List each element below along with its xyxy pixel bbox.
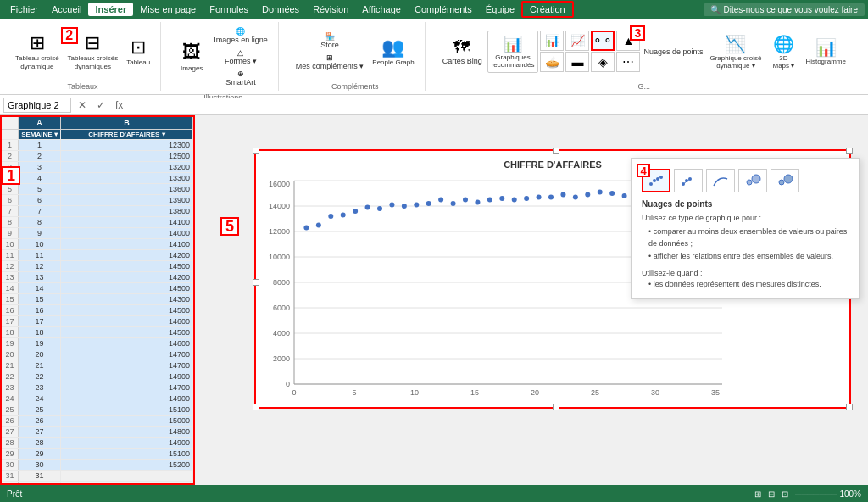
status-view-page[interactable]: ⊡ bbox=[782, 489, 788, 499]
cell-ca-3[interactable]: 13200 bbox=[61, 162, 193, 172]
cell-ca-15[interactable]: 14300 bbox=[61, 294, 193, 304]
cell-semaine-12[interactable]: 12 bbox=[19, 261, 61, 271]
btn-cartes-bing[interactable]: 🗺 Cartes Bing bbox=[439, 36, 486, 67]
chart-btn-scatter-active[interactable]: ⚬⚬ bbox=[591, 31, 615, 51]
btn-3d-maps[interactable]: 🌐 3DMaps ▾ bbox=[766, 32, 800, 71]
handle-tr[interactable] bbox=[846, 148, 853, 154]
cell-ca-17[interactable]: 14600 bbox=[61, 316, 193, 326]
cell-semaine-18[interactable]: 18 bbox=[19, 327, 61, 337]
menu-affichage[interactable]: Affichage bbox=[355, 3, 408, 16]
cell-ca-23[interactable]: 14700 bbox=[61, 382, 193, 393]
btn-graphique-croise-dynamique[interactable]: 📉 Graphique croisédynamique ▾ bbox=[706, 32, 765, 71]
cell-ca-21[interactable]: 14700 bbox=[61, 360, 193, 371]
cell-semaine-9[interactable]: 9 bbox=[19, 228, 61, 238]
cell-semaine-16[interactable]: 16 bbox=[19, 305, 61, 315]
cell-semaine-30[interactable]: 30 bbox=[19, 460, 61, 470]
cell-semaine-7[interactable]: 7 bbox=[19, 206, 61, 216]
cell-semaine-22[interactable]: 22 bbox=[19, 371, 61, 382]
scatter-type-1-active[interactable]: 4 bbox=[642, 169, 670, 192]
name-box[interactable] bbox=[3, 98, 71, 113]
cell-semaine-32[interactable]: 32 bbox=[19, 482, 61, 485]
cell-semaine-25[interactable]: 25 bbox=[19, 404, 61, 415]
formula-input[interactable] bbox=[130, 98, 865, 112]
cell-semaine-28[interactable]: 28 bbox=[19, 438, 61, 448]
cell-ca-27[interactable]: 14800 bbox=[61, 427, 193, 437]
menu-creation[interactable]: Création bbox=[521, 1, 574, 18]
btn-histogramme[interactable]: 📊 Histogramme bbox=[802, 36, 849, 67]
cell-semaine-13[interactable]: 13 bbox=[19, 272, 61, 282]
menu-formules[interactable]: Formules bbox=[203, 3, 255, 16]
search-box[interactable]: 🔍 Dites-nous ce que vous voulez faire bbox=[704, 3, 865, 16]
btn-graphiques-recommandes[interactable]: 📊 Graphiquesrecommandés bbox=[487, 31, 539, 73]
cell-semaine-26[interactable]: 26 bbox=[19, 416, 61, 426]
handle-bl[interactable] bbox=[253, 404, 259, 410]
cell-semaine-5[interactable]: 5 bbox=[19, 184, 61, 194]
cell-ca-4[interactable]: 13300 bbox=[61, 173, 193, 183]
cell-semaine-21[interactable]: 21 bbox=[19, 360, 61, 371]
cell-semaine-19[interactable]: 19 bbox=[19, 338, 61, 349]
bubble-type-2[interactable] bbox=[771, 169, 799, 192]
cell-semaine-15[interactable]: 15 bbox=[19, 294, 61, 304]
cell-ca-16[interactable]: 14500 bbox=[61, 305, 193, 315]
cell-ca-30[interactable]: 15200 bbox=[61, 460, 193, 470]
cell-semaine-29[interactable]: 29 bbox=[19, 449, 61, 459]
cell-semaine-6[interactable]: 6 bbox=[19, 195, 61, 205]
cell-ca-12[interactable]: 14500 bbox=[61, 261, 193, 271]
cell-ca-2[interactable]: 12500 bbox=[61, 151, 193, 161]
cell-semaine-4[interactable]: 4 bbox=[19, 173, 61, 183]
cell-ca-28[interactable]: 14900 bbox=[61, 438, 193, 448]
btn-mes-complements[interactable]: ⊞ Mes compléments ▾ bbox=[292, 52, 368, 72]
status-view-normal[interactable]: ⊞ bbox=[754, 489, 761, 499]
cell-ca-20[interactable]: 14700 bbox=[61, 349, 193, 360]
handle-tm[interactable] bbox=[553, 148, 559, 154]
cell-ca-13[interactable]: 14200 bbox=[61, 272, 193, 282]
handle-tl[interactable] bbox=[253, 148, 259, 154]
cell-semaine-11[interactable]: 11 bbox=[19, 250, 61, 260]
menu-complements[interactable]: Compléments bbox=[408, 3, 479, 16]
cell-ca-32[interactable] bbox=[61, 482, 193, 485]
handle-bm[interactable] bbox=[553, 404, 559, 410]
cell-ca-10[interactable]: 14100 bbox=[61, 239, 193, 249]
cell-ca-1[interactable]: 12300 bbox=[61, 140, 193, 150]
menu-donnees[interactable]: Données bbox=[255, 3, 306, 16]
cell-ca-5[interactable]: 13600 bbox=[61, 184, 193, 194]
cell-semaine-2[interactable]: 2 bbox=[19, 151, 61, 161]
chart-btn-bar[interactable]: 📊 bbox=[540, 31, 564, 51]
cell-semaine-27[interactable]: 27 bbox=[19, 427, 61, 437]
cell-ca-19[interactable]: 14600 bbox=[61, 338, 193, 349]
chart-btn-bar2[interactable]: ▬ bbox=[565, 52, 589, 72]
cell-semaine-8[interactable]: 8 bbox=[19, 217, 61, 227]
menu-revision[interactable]: Révision bbox=[306, 3, 355, 16]
cell-semaine-31[interactable]: 31 bbox=[19, 471, 61, 481]
confirm-formula-btn[interactable]: ✓ bbox=[93, 99, 108, 111]
cell-ca-11[interactable]: 14200 bbox=[61, 250, 193, 260]
insert-function-btn[interactable]: fx bbox=[112, 99, 126, 111]
cell-semaine-14[interactable]: 14 bbox=[19, 283, 61, 293]
cell-ca-18[interactable]: 14500 bbox=[61, 327, 193, 337]
btn-images-ligne[interactable]: 🌐 Images en ligne bbox=[210, 25, 271, 46]
status-zoom[interactable]: ─────── 100% bbox=[795, 489, 861, 499]
cell-semaine-17[interactable]: 17 bbox=[19, 316, 61, 326]
cell-ca-7[interactable]: 13800 bbox=[61, 206, 193, 216]
cell-ca-14[interactable]: 14500 bbox=[61, 283, 193, 293]
cell-ca-25[interactable]: 15100 bbox=[61, 404, 193, 415]
btn-formes[interactable]: △ Formes ▾ bbox=[210, 47, 271, 67]
chart-btn-more[interactable]: ⋯ bbox=[616, 52, 640, 72]
chart-btn-surface[interactable]: ◈ bbox=[591, 52, 615, 72]
cell-semaine-3[interactable]: 3 bbox=[19, 162, 61, 172]
status-view-layout[interactable]: ⊟ bbox=[768, 489, 775, 499]
menu-mise-en-page[interactable]: Mise en page bbox=[133, 3, 203, 16]
btn-smartart[interactable]: ⊕ SmartArt bbox=[210, 68, 271, 88]
scatter-type-2[interactable] bbox=[674, 169, 703, 192]
menu-fichier[interactable]: Fichier bbox=[3, 3, 45, 16]
cell-ca-31[interactable] bbox=[61, 471, 193, 481]
cell-ca-24[interactable]: 14900 bbox=[61, 393, 193, 404]
bubble-type-1[interactable] bbox=[738, 169, 767, 192]
cell-ca-29[interactable]: 15100 bbox=[61, 449, 193, 459]
cell-ca-22[interactable]: 14900 bbox=[61, 371, 193, 382]
menu-inserer[interactable]: Insérer bbox=[88, 3, 133, 16]
btn-tableau[interactable]: ⊡ Tableau bbox=[123, 35, 153, 68]
handle-br[interactable] bbox=[846, 404, 853, 410]
btn-store[interactable]: 🏪 Store bbox=[292, 31, 368, 51]
cell-ca-6[interactable]: 13900 bbox=[61, 195, 193, 205]
